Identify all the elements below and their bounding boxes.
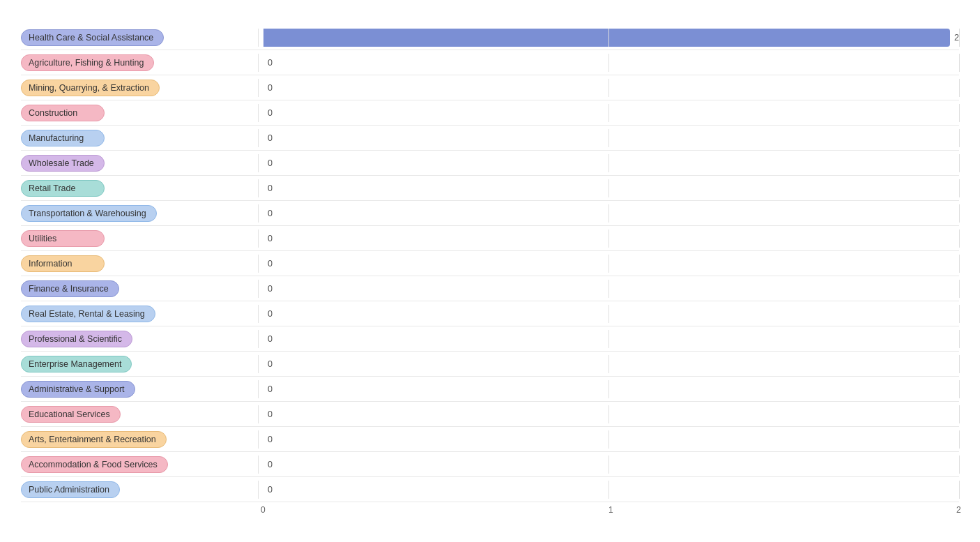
- bar-label-pill: Educational Services: [21, 406, 121, 423]
- grid-line: [258, 179, 259, 197]
- grid-line: [959, 481, 960, 499]
- grid-line: [608, 179, 609, 197]
- bar-label-pill: Enterprise Management: [21, 356, 132, 372]
- bar-row: Construction0: [21, 100, 959, 126]
- bar-label-pill: Real Estate, Rental & Leasing: [21, 306, 155, 322]
- grid-line: [608, 456, 609, 474]
- bar-value-label: 0: [268, 334, 273, 344]
- bar-label-container: Agriculture, Fishing & Hunting: [21, 54, 258, 71]
- grid-line: [608, 280, 609, 298]
- bar-graph-area: 0: [258, 430, 959, 449]
- bar-label-container: Information: [21, 255, 258, 272]
- grid-line: [959, 79, 960, 97]
- grid-line: [959, 179, 960, 197]
- grid-line: [258, 430, 259, 449]
- grid-line: [959, 154, 960, 172]
- grid-line: [608, 355, 609, 373]
- grid-line: [959, 355, 960, 373]
- grid-line: [959, 29, 960, 47]
- x-axis-label: 1: [608, 505, 613, 515]
- bar-label-pill: Arts, Entertainment & Recreation: [21, 431, 167, 448]
- grid-line: [258, 481, 259, 499]
- bar-value-label: 0: [268, 435, 273, 444]
- bar-row: Enterprise Management0: [21, 352, 959, 377]
- bar-row: Information0: [21, 251, 959, 276]
- bar-value-label: 0: [268, 108, 273, 118]
- grid-line: [258, 79, 259, 97]
- grid-line: [258, 330, 259, 348]
- grid-line: [959, 456, 960, 474]
- bar-label-pill: Health Care & Social Assistance: [21, 29, 164, 46]
- grid-line: [608, 405, 609, 423]
- grid-line: [258, 229, 259, 248]
- bar-graph-area: 0: [258, 179, 959, 197]
- bar-label-container: Finance & Insurance: [21, 280, 258, 297]
- grid-line: [608, 204, 609, 223]
- bar-label-pill: Utilities: [21, 230, 105, 247]
- bar-label-container: Transportation & Warehousing: [21, 205, 258, 222]
- chart-area: Health Care & Social Assistance2Agricult…: [21, 25, 959, 502]
- bar-graph-area: 0: [258, 405, 959, 423]
- bar-value-label: 2: [954, 33, 959, 43]
- bar-label-container: Accommodation & Food Services: [21, 456, 258, 473]
- grid-line: [959, 405, 960, 423]
- grid-line: [608, 229, 609, 248]
- bar-graph-area: 0: [258, 104, 959, 122]
- bar-graph-area: 0: [258, 481, 959, 499]
- grid-line: [959, 129, 960, 147]
- bar-value-label: 0: [268, 158, 273, 168]
- grid-line: [258, 305, 259, 323]
- grid-line: [258, 54, 259, 72]
- bar-label-container: Enterprise Management: [21, 356, 258, 372]
- bar-graph-area: 0: [258, 229, 959, 248]
- bar-label-container: Mining, Quarrying, & Extraction: [21, 80, 258, 96]
- bar-row: Accommodation & Food Services0: [21, 452, 959, 477]
- bar-graph-area: 0: [258, 204, 959, 223]
- grid-line: [258, 129, 259, 147]
- bar-fill: [263, 29, 950, 47]
- grid-line: [258, 104, 259, 122]
- grid-line: [258, 280, 259, 298]
- x-axis-label: 0: [261, 505, 266, 515]
- bar-value-label: 0: [268, 58, 273, 68]
- grid-line: [258, 204, 259, 223]
- bar-value-label: 0: [268, 83, 273, 93]
- grid-line: [608, 255, 609, 273]
- bar-row: Administrative & Support0: [21, 377, 959, 402]
- x-axis-label: 2: [956, 505, 961, 515]
- bar-graph-area: 0: [258, 79, 959, 97]
- bar-label-pill: Wholesale Trade: [21, 155, 105, 172]
- bar-row: Arts, Entertainment & Recreation0: [21, 427, 959, 452]
- grid-line: [959, 280, 960, 298]
- bar-graph-area: 0: [258, 330, 959, 348]
- grid-line: [258, 456, 259, 474]
- grid-line: [959, 229, 960, 248]
- bar-row: Health Care & Social Assistance2: [21, 25, 959, 50]
- bar-label-container: Public Administration: [21, 481, 258, 498]
- bar-label-container: Educational Services: [21, 406, 258, 423]
- bar-label-pill: Professional & Scientific: [21, 331, 132, 347]
- bar-label-pill: Agriculture, Fishing & Hunting: [21, 54, 154, 71]
- bar-label-container: Administrative & Support: [21, 381, 258, 398]
- grid-line: [608, 29, 609, 47]
- bar-row: Professional & Scientific0: [21, 326, 959, 352]
- bar-value-label: 0: [268, 183, 273, 193]
- bar-row: Transportation & Warehousing0: [21, 201, 959, 226]
- bar-graph-area: 0: [258, 380, 959, 398]
- x-axis: 012: [263, 505, 959, 519]
- grid-line: [608, 430, 609, 449]
- bar-row: Finance & Insurance0: [21, 276, 959, 301]
- grid-line: [608, 330, 609, 348]
- bar-graph-area: 0: [258, 154, 959, 172]
- bar-row: Utilities0: [21, 226, 959, 251]
- bar-label-pill: Transportation & Warehousing: [21, 205, 157, 222]
- bar-label-pill: Information: [21, 255, 105, 272]
- grid-line: [258, 380, 259, 398]
- bar-graph-area: 0: [258, 129, 959, 147]
- bar-graph-area: 0: [258, 255, 959, 273]
- grid-line: [258, 255, 259, 273]
- bar-value-label: 0: [268, 234, 273, 243]
- bar-label-pill: Retail Trade: [21, 180, 105, 197]
- grid-line: [959, 204, 960, 223]
- grid-line: [258, 355, 259, 373]
